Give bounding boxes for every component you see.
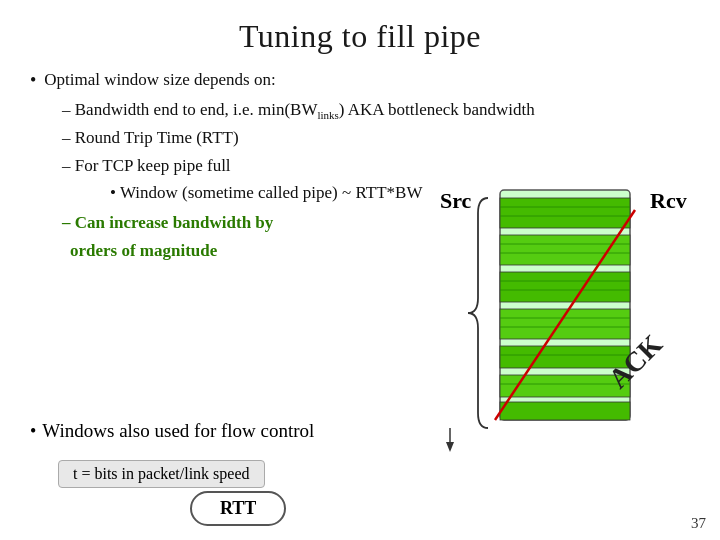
t-label: t = bits in packet/link speed (58, 460, 265, 488)
slide: Tuning to fill pipe • Optimal window siz… (0, 0, 720, 540)
bullet-dot-1: • (30, 67, 36, 95)
slide-title: Tuning to fill pipe (30, 18, 690, 55)
highlight-text-1: – Can increase bandwidth by (62, 210, 273, 236)
subscript-links: links (317, 109, 338, 121)
bullet-1-text: Optimal window size depends on: (44, 67, 275, 93)
sub-item-1: – Bandwidth end to end, i.e. min(BWlinks… (62, 97, 690, 124)
bullet-2-container: • Windows also used for flow control (30, 420, 700, 442)
src-label: Src (440, 188, 472, 213)
sub-item-2: – Round Trip Time (RTT) (62, 125, 690, 151)
sub-item-1-text: – Bandwidth end to end, i.e. min(BWlinks… (62, 97, 535, 124)
sub-item-3-text: – For TCP keep pipe full (62, 153, 231, 179)
highlight-text-2: orders of magnitude (70, 238, 217, 264)
sub-item-2-text: – Round Trip Time (RTT) (62, 125, 239, 151)
network-diagram: Src Rcv (410, 180, 720, 500)
rtt-label: RTT (190, 491, 286, 526)
bottom-content: • Windows also used for flow control (30, 420, 700, 450)
t-label-container: t = bits in packet/link speed (38, 460, 265, 488)
left-brace (468, 198, 488, 428)
rtt-label-container: RTT (130, 491, 286, 526)
bullet-dot-2: • (30, 421, 36, 442)
packet-3 (500, 272, 630, 302)
bullet-2-text: Windows also used for flow control (42, 420, 314, 442)
packet-1 (500, 198, 630, 228)
rcv-label: Rcv (650, 188, 687, 213)
bullet-1: • Optimal window size depends on: (30, 67, 690, 95)
slide-number: 37 (691, 515, 706, 532)
packet-7 (500, 402, 630, 420)
sub-item-3: – For TCP keep pipe full (62, 153, 690, 179)
sub-sub-item-1-text: • Window (sometime called pipe) ~ RTT*BW (110, 180, 422, 206)
diagram-svg: Src Rcv (410, 180, 720, 500)
packet-2 (500, 235, 630, 265)
